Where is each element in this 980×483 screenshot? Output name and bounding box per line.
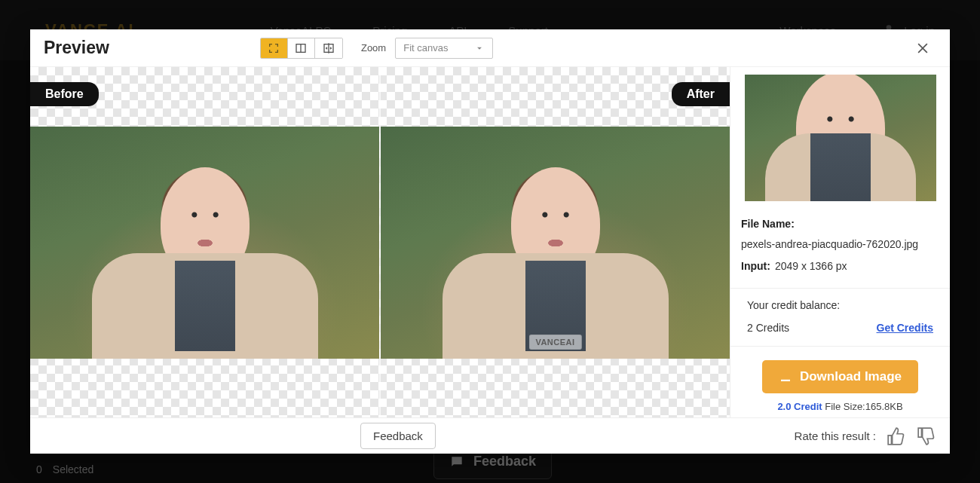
thumbs-down-icon (917, 426, 936, 446)
download-block: Download Image 2.0 Credit File Size:165.… (730, 347, 950, 420)
balance-label: Your credit balance: (747, 299, 933, 311)
chevron-down-icon (474, 43, 485, 53)
feedback-button[interactable]: Feedback (360, 423, 436, 449)
result-thumbnail[interactable] (745, 75, 936, 201)
thumbs-down-button[interactable] (917, 426, 936, 446)
close-icon (915, 41, 930, 56)
before-pane (30, 67, 379, 417)
file-name-value: pexels-andrea-piacquadio-762020.jpg (741, 237, 918, 252)
close-button[interactable] (911, 36, 935, 60)
rate-group: Rate this result : (795, 426, 936, 446)
balance-value: 2 Credits (747, 322, 789, 334)
thumbs-up-icon (887, 426, 906, 446)
file-size-label: File Size: (825, 401, 865, 412)
input-label: Input: (741, 258, 770, 274)
file-name-label: File Name: (741, 216, 795, 232)
view-slider-button[interactable] (315, 38, 342, 58)
credits-block: Your credit balance: 2 Credits Get Credi… (730, 289, 950, 347)
download-label: Download Image (800, 369, 902, 384)
zoom-select[interactable]: Fit canvas (395, 38, 493, 59)
preview-modal: Preview Zoom Fit canvas Before (30, 29, 950, 454)
input-value: 2049 x 1366 px (775, 258, 847, 274)
view-split-vertical-button[interactable] (288, 38, 315, 58)
after-image: VANCEAI (381, 127, 730, 359)
view-mode-toggle (260, 38, 343, 59)
comparison-canvas[interactable]: Before After VANCEAI (30, 67, 730, 417)
thumbnail-wrap (730, 67, 950, 207)
fullscreen-icon (268, 42, 280, 54)
modal-body: Before After VANCEAI (30, 67, 950, 417)
download-meta: 2.0 Credit File Size:165.8KB (730, 401, 950, 412)
zoom-group: Zoom Fit canvas (361, 38, 493, 59)
get-credits-link[interactable]: Get Credits (877, 322, 933, 334)
file-meta: File Name: pexels-andrea-piacquadio-7620… (730, 207, 950, 289)
zoom-label: Zoom (361, 42, 386, 53)
file-size-value: 165.8KB (865, 401, 903, 412)
modal-header: Preview Zoom Fit canvas (30, 29, 950, 67)
rate-label: Rate this result : (795, 430, 876, 442)
sidebar: File Name: pexels-andrea-piacquadio-7620… (730, 67, 950, 417)
view-fullscreen-button[interactable] (261, 38, 288, 58)
thumbs-up-button[interactable] (887, 426, 906, 446)
credit-cost: 2.0 Credit (777, 401, 822, 412)
split-vertical-icon (295, 42, 307, 54)
split-slider-icon (323, 42, 335, 54)
download-icon (779, 370, 792, 384)
zoom-value: Fit canvas (403, 42, 448, 53)
after-pane: VANCEAI (379, 67, 730, 417)
download-button[interactable]: Download Image (762, 360, 918, 393)
before-image (30, 127, 379, 359)
watermark: VANCEAI (528, 335, 581, 350)
modal-footer: Feedback Rate this result : (30, 417, 950, 454)
modal-title: Preview (44, 38, 109, 58)
